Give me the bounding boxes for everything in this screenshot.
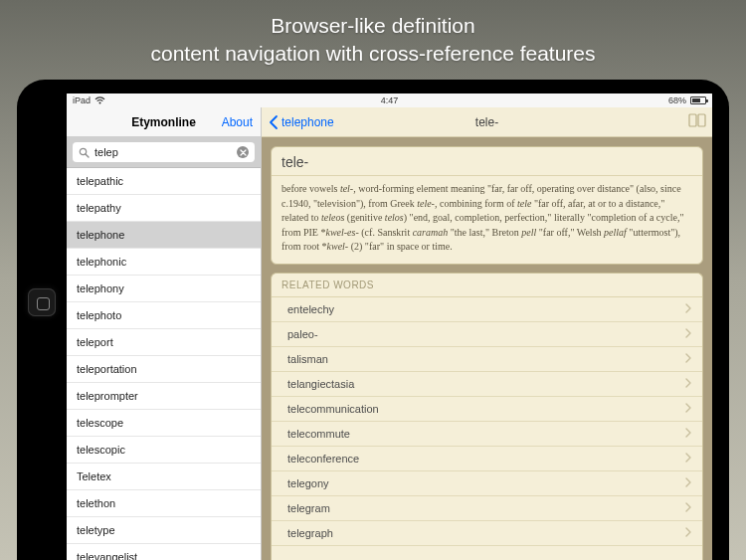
search-field[interactable] bbox=[73, 142, 255, 162]
word-row[interactable]: Teletex bbox=[67, 464, 261, 490]
related-card: RELATED WORDS entelechypaleo-talismantel… bbox=[271, 273, 703, 561]
chevron-right-icon bbox=[685, 328, 692, 340]
sidebar: Etymonline About telepathictelepathyte bbox=[67, 107, 262, 560]
battery-pct: 68% bbox=[668, 95, 686, 105]
word-row[interactable]: televangelist bbox=[67, 544, 261, 560]
book-icon[interactable] bbox=[688, 113, 706, 131]
related-label: telangiectasia bbox=[287, 378, 354, 390]
search-bar bbox=[67, 137, 261, 168]
back-label: telephone bbox=[281, 115, 334, 129]
word-row[interactable]: telephonic bbox=[67, 249, 261, 276]
word-row[interactable]: teleprompter bbox=[67, 383, 261, 410]
chevron-right-icon bbox=[685, 403, 692, 415]
related-label: telegraph bbox=[287, 527, 333, 539]
related-label: paleo- bbox=[287, 328, 318, 340]
chevron-right-icon bbox=[685, 502, 692, 514]
related-row[interactable]: paleo- bbox=[272, 322, 702, 347]
definition-body: before vowels tel-, word-forming element… bbox=[272, 176, 702, 264]
word-row[interactable]: telethon bbox=[67, 490, 261, 517]
related-label: teleconference bbox=[287, 453, 359, 465]
clear-icon[interactable] bbox=[237, 146, 249, 158]
chevron-right-icon bbox=[685, 428, 692, 440]
promo-text: Browser-like definition content navigati… bbox=[0, 12, 746, 69]
promo-line-1: Browser-like definition bbox=[0, 12, 746, 40]
related-label: telegram bbox=[287, 502, 330, 514]
svg-line-1 bbox=[86, 154, 89, 157]
related-row[interactable]: telecommunication bbox=[272, 397, 702, 422]
related-row[interactable]: teleconference bbox=[272, 447, 702, 471]
search-icon bbox=[79, 147, 90, 158]
device-frame: iPad 4:47 68% Etymonline About bbox=[17, 80, 729, 560]
related-label: telecommunication bbox=[287, 403, 379, 415]
chevron-right-icon bbox=[685, 453, 692, 465]
clock: 4:47 bbox=[272, 95, 507, 105]
main-body: tele- before vowels tel-, word-forming e… bbox=[262, 137, 712, 560]
word-row[interactable]: telepathic bbox=[67, 168, 261, 195]
sidebar-header: Etymonline About bbox=[67, 107, 261, 137]
back-button[interactable]: telephone bbox=[268, 114, 334, 130]
chevron-left-icon bbox=[268, 114, 281, 130]
related-header: RELATED WORDS bbox=[272, 274, 702, 297]
related-row[interactable]: talisman bbox=[272, 347, 702, 372]
word-row[interactable]: teleport bbox=[67, 329, 261, 356]
svg-rect-3 bbox=[698, 114, 705, 126]
search-input[interactable] bbox=[94, 146, 232, 158]
word-row[interactable]: telescopic bbox=[67, 437, 261, 464]
word-row[interactable]: telephony bbox=[67, 276, 261, 302]
related-row[interactable]: telegram bbox=[272, 496, 702, 521]
related-row[interactable]: telegraph bbox=[272, 521, 702, 546]
definition-card: tele- before vowels tel-, word-forming e… bbox=[271, 146, 703, 265]
related-row[interactable]: entelechy bbox=[272, 297, 702, 322]
related-row[interactable]: telecommute bbox=[272, 422, 702, 447]
chevron-right-icon bbox=[685, 303, 692, 315]
related-label: telecommute bbox=[287, 428, 350, 440]
main-header: telephone tele- bbox=[262, 107, 712, 137]
word-row[interactable]: telephoto bbox=[67, 302, 261, 329]
related-row[interactable]: telegony bbox=[272, 471, 702, 496]
related-label: entelechy bbox=[287, 303, 334, 315]
main-pane: telephone tele- tele- before vowels tel-… bbox=[262, 107, 712, 560]
app-title: Etymonline bbox=[131, 115, 196, 129]
word-list[interactable]: telepathictelepathytelephonetelephonicte… bbox=[67, 168, 261, 560]
word-row[interactable]: telephone bbox=[67, 222, 261, 249]
chevron-right-icon bbox=[685, 477, 692, 489]
word-row[interactable]: telepathy bbox=[67, 195, 261, 222]
battery-icon bbox=[690, 96, 706, 104]
status-bar: iPad 4:47 68% bbox=[67, 93, 712, 107]
promo-line-2: content navigation with cross-reference … bbox=[0, 40, 746, 68]
related-list[interactable]: entelechypaleo-talismantelangiectasiatel… bbox=[272, 297, 702, 561]
related-label: telegony bbox=[287, 477, 329, 489]
word-row[interactable]: telescope bbox=[67, 410, 261, 437]
svg-rect-2 bbox=[689, 114, 696, 126]
word-row[interactable]: teleportation bbox=[67, 356, 261, 383]
device-label: iPad bbox=[73, 95, 91, 105]
about-button[interactable]: About bbox=[222, 115, 253, 129]
wifi-icon bbox=[94, 96, 104, 104]
home-button[interactable] bbox=[28, 288, 56, 316]
screen: iPad 4:47 68% Etymonline About bbox=[67, 93, 712, 560]
word-row[interactable]: teletype bbox=[67, 517, 261, 544]
chevron-right-icon bbox=[685, 378, 692, 390]
headword: tele- bbox=[272, 147, 702, 176]
chevron-right-icon bbox=[685, 353, 692, 365]
related-label: talisman bbox=[287, 353, 328, 365]
related-row[interactable]: telangiectasia bbox=[272, 372, 702, 397]
chevron-right-icon bbox=[685, 527, 692, 539]
